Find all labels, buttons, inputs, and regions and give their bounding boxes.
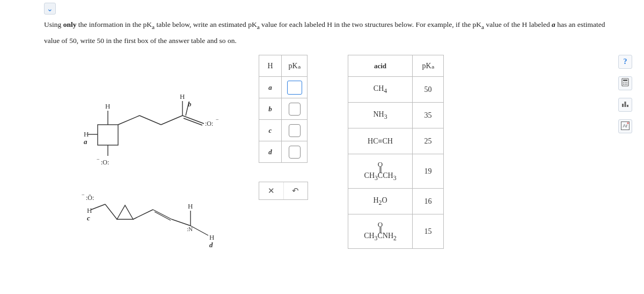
svg-line-26 (172, 219, 191, 226)
svg-line-25 (155, 212, 171, 220)
pka-input-d[interactable] (289, 146, 301, 159)
undo-icon: ↶ (292, 186, 299, 196)
svg-line-23 (133, 210, 153, 219)
reference-pka: 35 (413, 103, 444, 128)
svg-text::O:: :O: (101, 159, 109, 166)
question-prompt: Using only the information in the pKa ta… (44, 17, 612, 49)
svg-line-4 (182, 116, 204, 124)
svg-point-42 (623, 84, 624, 85)
reference-pka: 19 (413, 154, 444, 189)
answer-table: H pKₐ abcd (259, 55, 308, 163)
reference-pka: 16 (413, 189, 444, 214)
svg-rect-0 (98, 125, 118, 145)
periodic-button[interactable]: Ar (618, 119, 632, 133)
question-text-body: Using only the information in the pKa ta… (44, 20, 605, 45)
reference-pka: 25 (413, 128, 444, 154)
reference-row: CH450 (348, 77, 444, 103)
pka-input-b[interactable] (289, 103, 301, 116)
side-toolbar: ? Ar (618, 55, 632, 133)
svg-text::Ö:: :Ö: (86, 194, 94, 202)
reference-table: acid pKₐ CH450NH335HC≡CH25O‖CH3CCH319H2O… (348, 55, 444, 249)
svg-text:c: c (87, 214, 90, 222)
answer-row-input-cell (282, 98, 308, 120)
reference-acid: O‖CH3CNH2 (348, 214, 413, 249)
answer-table-body: abcd (259, 77, 308, 163)
svg-text:d: d (209, 241, 213, 249)
svg-marker-21 (117, 205, 133, 219)
reference-pka: 15 (413, 214, 444, 249)
reference-table-body: CH450NH335HC≡CH25O‖CH3CCH319H2O16O‖CH3CN… (348, 77, 444, 249)
answer-row-input-cell (282, 141, 308, 163)
chevron-down-icon: ⌄ (47, 4, 53, 13)
svg-line-3 (161, 116, 182, 125)
barchart-button[interactable] (618, 98, 632, 112)
answer-row-label: c (259, 120, 282, 141)
answer-row-label: b (259, 98, 282, 120)
reference-row: H2O16 (348, 189, 444, 214)
svg-line-28 (191, 226, 208, 235)
ref-header-pka: pKₐ (413, 55, 444, 77)
svg-text:−: − (97, 156, 100, 162)
help-icon: ? (624, 58, 627, 66)
svg-text:H: H (84, 130, 89, 138)
ref-header-acid: acid (348, 55, 413, 77)
reference-acid: NH3 (348, 103, 413, 128)
svg-point-43 (625, 84, 626, 85)
svg-text:−: − (216, 117, 219, 123)
reference-row: HC≡CH25 (348, 128, 444, 154)
svg-line-24 (153, 210, 172, 219)
svg-text:H: H (87, 206, 92, 214)
svg-text:H: H (209, 233, 214, 241)
reference-row: NH335 (348, 103, 444, 128)
barchart-icon (621, 99, 630, 110)
answer-row: b (259, 98, 308, 120)
svg-text:H: H (105, 102, 110, 110)
svg-text:−: − (82, 192, 85, 198)
calculator-button[interactable] (618, 76, 632, 90)
svg-line-2 (140, 116, 161, 125)
reference-acid: HC≡CH (348, 128, 413, 154)
svg-text:Ar: Ar (623, 123, 628, 128)
svg-line-22 (105, 204, 117, 219)
reference-row: O‖CH3CNH215 (348, 214, 444, 249)
answer-row-input-cell (282, 77, 308, 98)
svg-text::N: :N (187, 226, 193, 232)
svg-rect-47 (627, 105, 628, 107)
reference-acid: CH4 (348, 77, 413, 103)
answer-row-input-cell (282, 120, 308, 141)
svg-rect-45 (622, 104, 624, 107)
svg-point-41 (626, 82, 627, 83)
svg-text:a: a (84, 138, 87, 146)
close-icon: ✕ (268, 186, 275, 196)
svg-line-20 (91, 204, 105, 210)
answer-row-label: a (259, 77, 282, 98)
structure-diagram: H a H H b :O: − :O: − :Ö: (80, 91, 231, 269)
answer-row: a (259, 77, 308, 98)
collapse-button[interactable]: ⌄ (44, 3, 56, 15)
svg-point-44 (626, 84, 627, 85)
svg-line-1 (118, 116, 140, 125)
svg-text:H: H (180, 92, 185, 101)
answer-header-h: H (259, 55, 282, 77)
reset-button[interactable]: ↶ (284, 182, 308, 199)
reference-pka: 50 (413, 77, 444, 103)
svg-text::O:: :O: (205, 120, 213, 127)
answer-row: c (259, 120, 308, 141)
answer-header-pka: pKₐ (282, 55, 308, 77)
svg-point-40 (625, 82, 626, 83)
periodic-icon: Ar (620, 121, 630, 132)
answer-row-label: d (259, 141, 282, 163)
answer-row: d (259, 141, 308, 163)
help-button[interactable]: ? (618, 55, 632, 69)
pka-input-c[interactable] (289, 124, 301, 137)
action-row: ✕ ↶ (259, 182, 308, 200)
reference-acid: O‖CH3CCH3 (348, 154, 413, 189)
svg-point-39 (623, 82, 624, 83)
pka-input-a[interactable] (287, 81, 302, 95)
clear-button[interactable]: ✕ (259, 182, 284, 199)
svg-text:H: H (188, 202, 193, 210)
calculator-icon (621, 78, 630, 89)
svg-point-50 (627, 122, 628, 124)
reference-row: O‖CH3CCH319 (348, 154, 444, 189)
svg-text:b: b (188, 100, 192, 108)
